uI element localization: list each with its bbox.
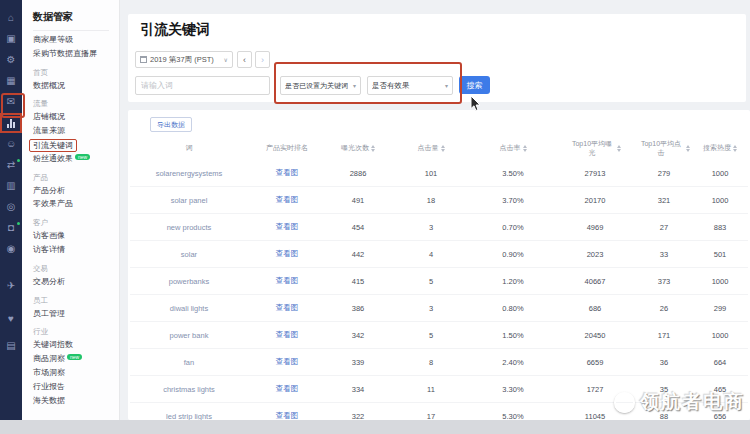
analytics-chart-icon[interactable] [4,117,18,129]
sidebar-item-label: 海关数据 [33,394,65,408]
top10-clicks-cell: 26 [636,304,692,313]
sidebar-item[interactable]: 访客详情 [22,243,119,257]
clicks-cell: 18 [390,196,472,205]
main-content: 引流关键词 2019 第37周 (PST) ∨ ‹ › 是否已设置为关键词 ▾ … [120,0,750,420]
view-rank-link[interactable]: 查看图 [248,357,326,367]
shopping-bag-icon[interactable]: ◘ [4,222,18,234]
view-rank-link[interactable]: 查看图 [248,195,326,205]
sidebar-section-label: 交易 [22,257,119,275]
sidebar-item[interactable]: 市场洞察 [22,366,119,380]
sidebar-item[interactable]: 行业报告 [22,380,119,394]
top10-impressions-cell: 27913 [554,169,636,178]
next-week-button[interactable]: › [255,51,270,68]
clicks-cell: 4 [390,250,472,259]
sidebar-item[interactable]: 数据概况 [22,79,119,93]
sidebar-item[interactable]: 关键词指数 [22,338,119,352]
settings-icon[interactable]: ⚙ [4,54,18,66]
left-icon-rail: ⌂▣⚙▦✉☺⇄▥◎◘◉✈♥▤ [0,0,22,420]
sidebar-item-label: 零效果产品 [33,197,73,211]
set-as-keyword-select[interactable]: 是否已设置为关键词 ▾ [280,76,361,95]
sidebar-item[interactable]: 商家星等级 [22,33,119,47]
sidebar-section-label: 客户 [22,211,119,229]
sort-icon[interactable] [617,145,621,152]
view-rank-link[interactable]: 查看图 [248,249,326,259]
has-effect-select[interactable]: 是否有效果 ▾ [367,76,453,95]
sidebar-item[interactable]: 产品分析 [22,184,119,198]
globe-icon[interactable]: ◎ [4,201,18,213]
export-data-button[interactable]: 导出数据 [150,117,192,132]
sidebar-section-label: 流量 [22,92,119,110]
sidebar: 数据管家 商家星等级采购节数据直播屏首页数据概况流量店铺概况流量来源引流关键词粉… [22,0,120,420]
keyword-search-input[interactable] [135,76,270,95]
ctr-cell: 2.40% [472,358,554,367]
watermark-logo-icon [614,392,635,413]
column-header[interactable]: 点击率 [472,144,554,152]
column-header[interactable]: 曝光次数 [326,144,390,152]
sidebar-item[interactable]: 交易分析 [22,275,119,289]
sidebar-item[interactable]: 员工管理 [22,307,119,321]
sort-icon[interactable] [686,145,690,152]
clicks-cell: 3 [390,304,472,313]
top10-clicks-cell: 321 [636,196,692,205]
sidebar-title: 数据管家 [33,10,119,24]
sort-icon[interactable] [523,145,527,152]
notification-dot [17,222,20,225]
building-icon[interactable]: ▥ [4,180,18,192]
week-picker[interactable]: 2019 第37周 (PST) ∨ [135,51,233,68]
sidebar-item-label: 商品洞察 [33,352,65,366]
message-icon[interactable]: ✉ [4,96,18,108]
camera-icon[interactable]: ◉ [4,243,18,255]
search-button[interactable]: 搜索 [459,76,490,94]
sidebar-item[interactable]: 流量来源 [22,124,119,138]
view-rank-link[interactable]: 查看图 [248,303,326,313]
sidebar-item-active[interactable]: 引流关键词 [22,138,119,152]
view-rank-link[interactable]: 查看图 [248,276,326,286]
sidebar-item[interactable]: 零效果产品 [22,197,119,211]
column-header[interactable]: 点击量 [390,144,472,152]
transfer-icon[interactable]: ⇄ [4,159,18,171]
column-header[interactable]: 搜索热度 [692,144,748,152]
sidebar-item[interactable]: 粉丝通效果new [22,152,119,166]
briefcase-icon[interactable]: ▤ [4,340,18,352]
sidebar-item[interactable]: 海关数据 [22,394,119,408]
sort-icon[interactable] [441,145,445,152]
impressions-cell: 339 [326,358,390,367]
clicks-cell: 3 [390,223,472,232]
sidebar-section-label: 员工 [22,289,119,307]
impressions-cell: 342 [326,331,390,340]
ctr-cell: 0.80% [472,304,554,313]
table-row: fan查看图33982.40%665936664 [130,349,748,376]
select-caret-icon: ▾ [445,82,448,89]
apps-grid-icon[interactable]: ▦ [4,75,18,87]
chevron-down-icon: ∨ [224,56,228,63]
new-badge: new [67,354,82,360]
search-heat-cell: 1000 [692,169,748,178]
prev-week-button[interactable]: ‹ [237,51,252,68]
view-rank-link[interactable]: 查看图 [248,330,326,340]
home-icon[interactable]: ⌂ [4,12,18,24]
user-icon[interactable]: ☺ [4,138,18,150]
sort-icon[interactable] [371,145,375,152]
sidebar-item[interactable]: 采购节数据直播屏 [22,47,119,61]
sidebar-item[interactable]: 店铺概况 [22,110,119,124]
view-rank-link[interactable]: 查看图 [248,411,326,420]
view-rank-link[interactable]: 查看图 [248,384,326,394]
send-icon[interactable]: ✈ [4,280,18,292]
ctr-cell: 1.50% [472,331,554,340]
sidebar-item[interactable]: 商品洞察new [22,352,119,366]
table-row: power bank查看图34251.50%204501711000 [130,322,748,349]
column-header: 产品实时排名 [248,144,326,152]
sidebar-item[interactable]: 访客画像 [22,229,119,243]
sidebar-item-label: 引流关键词 [29,139,77,152]
favorite-icon[interactable]: ♥ [4,313,18,325]
view-rank-link[interactable]: 查看图 [248,222,326,232]
view-rank-link[interactable]: 查看图 [248,168,326,178]
column-header[interactable]: Top10平均点击 [636,140,692,157]
sort-icon[interactable] [733,145,737,152]
package-icon[interactable]: ▣ [4,33,18,45]
search-heat-cell: 664 [692,358,748,367]
column-header-label: 产品实时排名 [266,144,308,152]
column-header[interactable]: Top10平均曝光 [554,140,636,157]
column-header-label: 搜索热度 [703,144,731,152]
column-header-label: 曝光次数 [341,144,369,152]
